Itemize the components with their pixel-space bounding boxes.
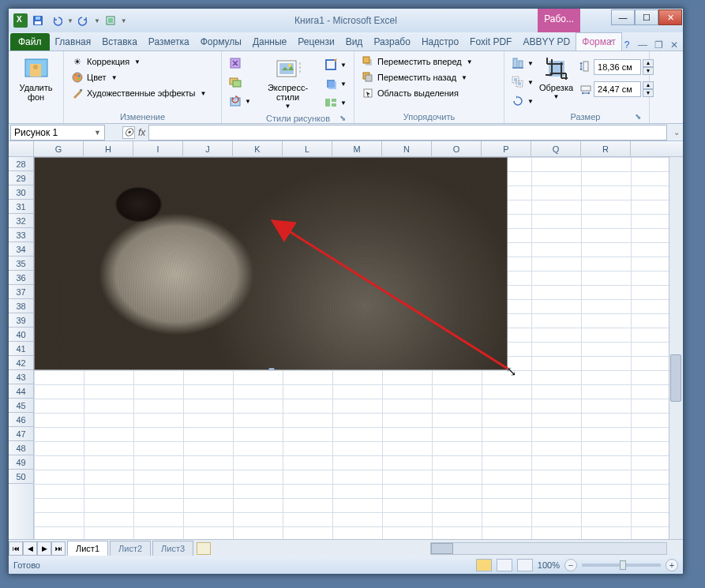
new-sheet-button[interactable] [197,542,211,555]
row-header[interactable]: 45 [9,399,33,413]
picture-layout-button[interactable]: ▼ [322,96,349,110]
undo-icon[interactable] [48,12,66,29]
tab-view[interactable]: Вид [340,33,369,51]
row-header[interactable]: 38 [9,299,33,313]
align-button[interactable]: ▼ [509,56,527,70]
reset-picture-button[interactable]: ▼ [227,94,247,108]
rotate-button[interactable]: ▼ [509,94,527,108]
send-backward-button[interactable]: Переместить назад▼ [359,70,499,84]
row-header[interactable]: 33 [9,228,33,242]
col-header[interactable]: J [183,141,233,156]
hscroll-thumb[interactable] [431,543,453,554]
col-header[interactable]: L [283,141,332,156]
bring-forward-button[interactable]: Переместить вперед▼ [359,54,499,69]
zoom-in-button[interactable]: + [666,559,678,571]
workbook-close-icon[interactable]: ✕ [669,39,680,51]
view-normal-button[interactable] [476,559,492,571]
picture-styles-button[interactable]: Экспресс-стили ▼ [257,54,319,112]
row-header[interactable]: 30 [9,185,33,200]
size-dialog-launcher[interactable]: ⬊ [635,112,644,122]
sheet-nav-next[interactable]: ▶ [37,541,51,556]
row-header[interactable]: 42 [9,356,33,370]
col-header[interactable]: P [482,141,531,156]
qat-custom-icon[interactable] [102,12,119,29]
col-header[interactable]: H [84,141,133,156]
redo-icon[interactable] [75,12,92,29]
row-header[interactable]: 35 [9,257,33,271]
sheet-nav-prev[interactable]: ◀ [23,541,37,556]
width-down[interactable]: ▼ [643,89,654,97]
row-header[interactable]: 28 [9,157,33,171]
row-header[interactable]: 50 [9,470,33,484]
sheet-tab-2[interactable]: Лист2 [110,541,151,556]
col-header[interactable]: I [133,141,183,156]
system-menu-icon[interactable] [13,13,28,28]
row-header[interactable]: 48 [9,441,33,455]
sheet-nav-last[interactable]: ⏭ [51,541,66,556]
row-header[interactable]: 32 [9,214,33,228]
cells-grid[interactable]: ⤡ [34,157,683,539]
tab-data[interactable]: Данные [247,33,292,51]
sheet-nav-first[interactable]: ⏮ [9,541,23,556]
col-header[interactable]: R [581,141,631,156]
zoom-percent[interactable]: 100% [538,560,560,570]
remove-background-button[interactable]: Удалить фон [13,54,58,103]
zoom-thumb[interactable] [620,560,626,570]
col-header[interactable]: O [432,141,482,156]
corrections-button[interactable]: ☀Коррекция▼ [69,54,216,69]
workbook-restore-icon[interactable]: ❐ [653,39,664,51]
row-header[interactable]: 34 [9,242,33,257]
col-header[interactable]: Q [531,141,581,156]
row-header[interactable]: 36 [9,271,33,285]
sheet-tab-3[interactable]: Лист3 [152,541,193,556]
height-up[interactable]: ▲ [643,59,654,67]
change-picture-button[interactable] [227,75,247,89]
crop-button[interactable]: Обрезка▼ [536,54,576,103]
tab-layout[interactable]: Разметка [143,33,195,51]
help-icon[interactable]: ? [621,39,632,51]
row-header[interactable]: 47 [9,427,33,441]
expand-formula-bar[interactable]: ⌄ [670,128,683,137]
workbook-minimize-icon[interactable]: — [637,39,648,51]
col-header[interactable]: G [34,141,84,156]
row-header[interactable]: 46 [9,413,33,427]
tab-foxit[interactable]: Foxit PDF [464,33,517,51]
group-button[interactable]: ▼ [509,75,527,89]
sheet-tab-1[interactable]: Лист1 [67,541,108,556]
vertical-scrollbar[interactable] [669,157,683,539]
tab-home[interactable]: Главная [50,33,97,51]
insert-function-button[interactable]: ⦿ [122,126,135,139]
ribbon-minimize-icon[interactable]: ˇ [606,39,617,51]
inserted-picture[interactable] [34,157,508,370]
zoom-slider[interactable] [582,564,661,567]
close-button[interactable]: ✕ [658,9,682,25]
row-header[interactable]: 41 [9,342,33,356]
formula-input[interactable] [148,125,667,140]
height-down[interactable]: ▼ [643,67,654,75]
height-input[interactable]: 18,36 см [594,59,641,75]
row-header[interactable]: 31 [9,200,33,214]
view-page-break-button[interactable] [517,559,533,571]
row-header[interactable]: 39 [9,313,33,328]
row-header[interactable]: 44 [9,384,33,399]
tab-formulas[interactable]: Формулы [195,33,247,51]
minimize-button[interactable]: — [611,9,635,25]
tab-developer[interactable]: Разрабо [368,33,416,51]
view-page-layout-button[interactable] [497,559,512,571]
vscroll-thumb[interactable] [670,354,681,402]
row-header[interactable]: 37 [9,285,33,299]
col-header[interactable]: N [382,141,432,156]
maximize-button[interactable]: ☐ [635,9,658,25]
zoom-out-button[interactable]: − [564,559,577,571]
tab-addins[interactable]: Надстро [416,33,464,51]
col-header[interactable]: M [332,141,382,156]
compress-pictures-button[interactable] [227,56,247,70]
save-icon[interactable] [29,12,47,29]
artistic-effects-button[interactable]: Художественные эффекты▼ [69,86,216,100]
horizontal-scrollbar[interactable] [430,542,667,555]
tab-abbyy[interactable]: ABBYY PD [517,33,576,51]
styles-dialog-launcher[interactable]: ⬊ [339,114,349,123]
width-up[interactable]: ▲ [643,81,654,89]
tab-review[interactable]: Рецензи [292,33,339,51]
row-header[interactable]: 40 [9,328,33,342]
